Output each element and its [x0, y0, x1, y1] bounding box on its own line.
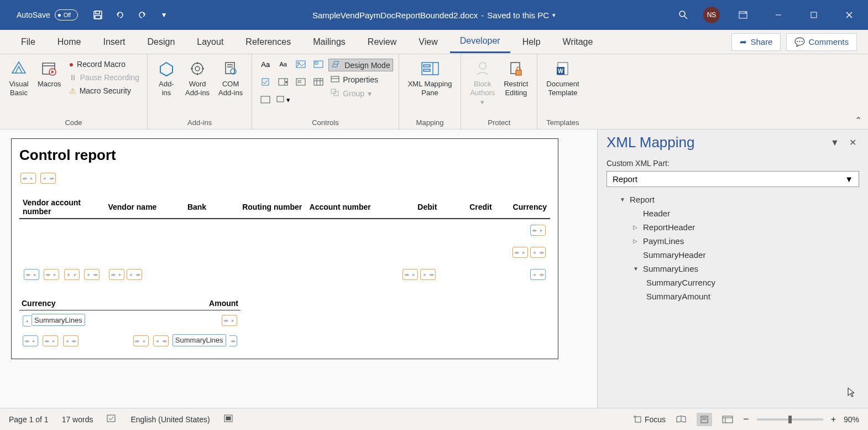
content-control-tag[interactable]: ◂▸▸ — [23, 335, 38, 346]
language-indicator[interactable]: English (United States) — [130, 415, 210, 424]
content-control-tag[interactable]: ◂◂▸ — [530, 269, 546, 280]
content-control-tag[interactable]: ◂◂▸ — [153, 335, 169, 346]
record-macro-button[interactable]: ●Record Macro — [67, 59, 142, 70]
content-control-tag[interactable]: ◂▸▸ — [513, 247, 528, 258]
xml-mapping-pane-button[interactable]: XML Mapping Pane — [405, 56, 456, 99]
properties-button[interactable]: Properties — [328, 74, 393, 85]
tab-design[interactable]: Design — [137, 32, 185, 53]
tab-home[interactable]: Home — [48, 32, 91, 53]
content-control-tag[interactable]: ◂▸▸ — [133, 335, 149, 346]
content-control-tag[interactable]: ◂▸▸ — [109, 269, 124, 280]
tree-node-report[interactable]: Report — [606, 193, 859, 206]
expand-icon[interactable] — [633, 266, 640, 272]
content-control-tag[interactable]: ◂◂▸ — [420, 269, 436, 280]
customize-qat-icon[interactable]: ▼ — [155, 6, 173, 24]
minimize-icon[interactable] — [766, 7, 791, 23]
macro-security-button[interactable]: ⚠Macro Security — [67, 85, 142, 96]
restrict-editing-button[interactable]: Restrict Editing — [500, 56, 531, 99]
combobox-control-icon[interactable] — [275, 74, 291, 90]
share-button[interactable]: ➦Share — [731, 33, 781, 51]
pane-options-icon[interactable]: ▼ — [828, 136, 841, 149]
summarylines-control[interactable]: SummaryLines — [172, 334, 226, 346]
content-control-tag[interactable]: ◂▸▸ — [44, 269, 59, 280]
page-counter[interactable]: Page 1 of 1 — [9, 415, 49, 424]
spellcheck-icon[interactable] — [106, 414, 117, 424]
content-control-tag[interactable]: ◂▸▸ — [222, 315, 237, 326]
content-control-tag[interactable]: ◂◂▸ — [63, 335, 79, 346]
dropdown-control-icon[interactable] — [293, 74, 308, 90]
datepicker-control-icon[interactable] — [311, 74, 326, 90]
content-control-tag[interactable]: ◂▸▸ — [20, 173, 36, 184]
design-mode-button[interactable]: Design Mode — [328, 59, 393, 71]
comments-button[interactable]: 💬Comments — [786, 33, 857, 51]
tab-file[interactable]: File — [11, 32, 45, 53]
save-icon[interactable] — [89, 6, 107, 24]
close-icon[interactable] — [837, 7, 861, 23]
search-icon[interactable] — [674, 6, 692, 24]
document-area[interactable]: Control report ◂▸▸ ◂◂▸ Vendor account nu… — [0, 129, 597, 408]
content-control-tag[interactable]: ◂▸▸ — [530, 225, 546, 236]
content-control-tag[interactable]: ◂◂▸ — [127, 269, 142, 280]
tab-references[interactable]: References — [236, 32, 301, 53]
word-count[interactable]: 17 words — [62, 415, 93, 424]
autosave-toggle[interactable]: AutoSave Off — [17, 9, 78, 20]
tree-node-summarylines[interactable]: SummaryLines — [606, 262, 859, 276]
tree-node-summaryheader[interactable]: SummaryHeader — [606, 248, 859, 262]
content-control-tag[interactable]: ◂▸▸ — [24, 269, 39, 280]
content-control-tag[interactable]: ◂◂▸ — [530, 247, 546, 258]
collapse-ribbon-icon[interactable]: ⌃ — [853, 115, 864, 126]
content-control-tag[interactable]: ◂▸ — [64, 269, 80, 280]
tab-writage[interactable]: Writage — [553, 32, 603, 53]
tree-node-summarycurrency[interactable]: SummaryCurrency — [606, 276, 859, 289]
tree-node-reportheader[interactable]: ReportHeader — [606, 220, 859, 234]
redo-icon[interactable] — [133, 6, 151, 24]
plain-text-control-icon[interactable]: Aa — [275, 56, 291, 72]
tab-insert[interactable]: Insert — [93, 32, 135, 53]
tab-review[interactable]: Review — [358, 32, 406, 53]
print-layout-icon[interactable] — [697, 413, 712, 426]
rich-text-control-icon[interactable]: Aa — [258, 56, 273, 72]
word-addins-button[interactable]: Word Add-ins — [182, 56, 213, 99]
tree-node-summaryamount[interactable]: SummaryAmount — [606, 289, 859, 303]
content-control-tag[interactable]: ◂ — [23, 315, 30, 327]
maximize-icon[interactable] — [802, 7, 826, 23]
tab-developer[interactable]: Developer — [450, 30, 510, 53]
tab-mailings[interactable]: Mailings — [303, 32, 355, 53]
zoom-level[interactable]: 90% — [844, 415, 859, 424]
macros-button[interactable]: Macros — [34, 56, 65, 91]
content-control-tag[interactable]: ◂▸▸ — [43, 335, 58, 346]
tab-layout[interactable]: Layout — [187, 32, 233, 53]
read-mode-icon[interactable] — [673, 413, 689, 426]
expand-icon[interactable] — [633, 224, 640, 230]
tree-node-header[interactable]: Header — [606, 206, 859, 220]
com-addins-button[interactable]: COM Add-ins — [215, 56, 246, 99]
legacy-tools-icon[interactable]: ▾ — [275, 92, 291, 107]
macro-indicator-icon[interactable] — [223, 414, 233, 424]
zoom-in-button[interactable]: + — [831, 415, 836, 424]
content-control-tag[interactable]: ◂▸▸ — [402, 269, 418, 280]
building-block-control-icon[interactable] — [311, 56, 326, 72]
user-avatar[interactable]: NS — [703, 7, 720, 23]
content-control-tag[interactable]: ◂◂▸ — [40, 173, 56, 184]
expand-icon[interactable] — [633, 238, 640, 244]
document-template-button[interactable]: WDocument Template — [543, 56, 582, 99]
zoom-slider[interactable] — [757, 418, 823, 421]
toggle-switch[interactable]: Off — [55, 9, 78, 20]
checkbox-control-icon[interactable] — [258, 74, 273, 90]
summarylines-control[interactable]: SummaryLines — [32, 314, 85, 326]
custom-xml-part-select[interactable]: Report ▼ — [606, 171, 859, 187]
content-control-tag[interactable]: ◂◂▸ — [84, 269, 100, 280]
content-control-tag[interactable]: ◂▸ — [229, 335, 237, 346]
tab-view[interactable]: View — [409, 32, 447, 53]
undo-icon[interactable] — [111, 6, 129, 24]
tree-node-paymlines[interactable]: PaymLines — [606, 234, 859, 248]
picture-control-icon[interactable] — [293, 56, 308, 72]
focus-button[interactable]: Focus — [634, 415, 666, 424]
pane-close-icon[interactable]: ✕ — [846, 136, 859, 149]
visual-basic-button[interactable]: Visual Basic — [6, 56, 32, 99]
addins-button[interactable]: Add- ins — [153, 56, 180, 99]
zoom-out-button[interactable]: − — [743, 413, 749, 425]
repeating-control-icon[interactable] — [258, 92, 273, 107]
expand-icon[interactable] — [620, 196, 626, 203]
ribbon-display-icon[interactable] — [731, 7, 755, 23]
